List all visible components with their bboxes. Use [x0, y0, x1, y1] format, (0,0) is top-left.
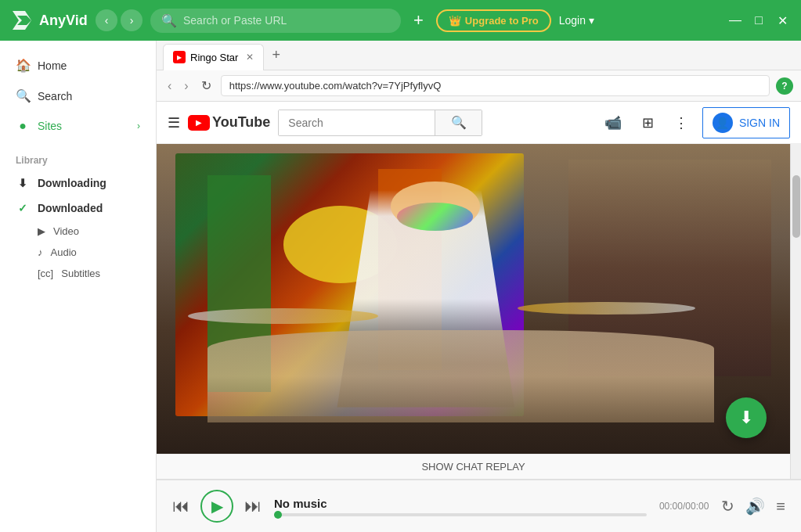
sidebar-item-search[interactable]: 🔍 Search: [0, 81, 156, 111]
tab-title: Ringo Star: [190, 52, 238, 63]
content-area: ▶ Ringo Star ✕ + ‹ › ↻ ? ☰ YouTube 🔍: [157, 41, 801, 532]
browser-nav: ‹ ›: [96, 9, 143, 31]
url-field[interactable]: [221, 75, 770, 96]
tab-favicon: ▶: [173, 51, 186, 63]
addr-forward-button[interactable]: ›: [181, 76, 191, 96]
yt-logo-icon: [188, 115, 210, 131]
sidebar-item-downloading[interactable]: ⬇ Downloading: [0, 171, 156, 196]
help-button[interactable]: ?: [776, 77, 793, 95]
video-frame: [157, 144, 790, 454]
download-icon: ⬇: [739, 408, 753, 428]
yt-grid-icon-button[interactable]: ⊞: [636, 108, 660, 138]
app-logo-icon: [9, 8, 34, 33]
sidebar-item-home[interactable]: 🏠 Home: [0, 50, 156, 81]
browser-tab-ringostar[interactable]: ▶ Ringo Star ✕: [163, 44, 264, 70]
video-section: ⬇ SHOW CHAT REPLAY: [157, 144, 801, 479]
address-bar: ‹ › ↻ ?: [157, 70, 801, 102]
video-icon: ▶: [38, 225, 45, 237]
sidebar-item-video[interactable]: ▶ Video: [0, 221, 156, 242]
addr-refresh-button[interactable]: ↻: [198, 75, 215, 96]
sidebar-item-downloaded[interactable]: ✓ Downloaded: [0, 196, 156, 221]
tab-bar: ▶ Ringo Star ✕ +: [157, 41, 801, 70]
progress-dot: [274, 511, 282, 519]
volume-button[interactable]: 🔊: [745, 497, 765, 516]
play-button[interactable]: ▶: [200, 490, 233, 523]
yt-logo-text: YouTube: [212, 114, 270, 131]
playlist-icon: ≡: [776, 498, 785, 516]
audio-icon: ♪: [38, 246, 43, 258]
new-tab-button[interactable]: +: [267, 47, 285, 63]
crown-icon: 👑: [449, 15, 461, 27]
logo-area: AnyVid: [9, 8, 88, 33]
yt-hamburger-button[interactable]: ☰: [168, 114, 180, 131]
back-button[interactable]: ‹: [96, 9, 117, 31]
sidebar-item-subtitles[interactable]: [cc] Subtitles: [0, 263, 156, 284]
chevron-right-icon: ›: [137, 120, 140, 131]
title-bar: AnyVid ‹ › 🔍 + 👑 Upgrade to Pro Login ▾ …: [0, 0, 801, 41]
upgrade-button[interactable]: 👑 Upgrade to Pro: [436, 9, 551, 32]
video-content-wrapper: ⬇ SHOW CHAT REPLAY: [157, 144, 790, 479]
library-heading: Library: [0, 144, 156, 171]
download-icon: ⬇: [16, 177, 30, 189]
subtitles-icon: [cc]: [38, 268, 53, 279]
maximize-button[interactable]: □: [749, 11, 768, 30]
playlist-button[interactable]: ≡: [776, 498, 785, 516]
home-icon: 🏠: [16, 58, 30, 73]
track-name: No music: [274, 497, 647, 510]
scroll-thumb[interactable]: [792, 175, 800, 238]
yt-logo: YouTube: [188, 114, 270, 131]
player-controls: ⏮ ▶ ⏭: [172, 490, 262, 523]
main-layout: 🏠 Home 🔍 Search ● Sites › Library ⬇ Down…: [0, 41, 801, 532]
scrollbar[interactable]: [790, 144, 801, 479]
player-bar: ⏮ ▶ ⏭ No music 00:00/00:00: [157, 479, 801, 532]
player-right-controls: ↻ 🔊 ≡: [721, 497, 785, 516]
yt-search-input[interactable]: [279, 110, 435, 135]
chat-replay-bar[interactable]: SHOW CHAT REPLAY: [157, 454, 790, 479]
tab-close-button[interactable]: ✕: [246, 52, 254, 63]
yt-avatar-icon: 👤: [713, 113, 733, 133]
app-name: AnyVid: [39, 13, 88, 29]
download-fab-button[interactable]: ⬇: [726, 397, 767, 438]
yt-search-box[interactable]: 🔍: [278, 110, 482, 136]
time-display: 00:00/00:00: [659, 501, 709, 512]
search-icon: 🔍: [16, 88, 30, 103]
prev-icon: ⏮: [172, 496, 189, 516]
track-progress: [274, 513, 647, 516]
circle-icon: ●: [16, 119, 30, 133]
video-area: ⬇: [157, 144, 790, 454]
close-button[interactable]: ✕: [773, 11, 792, 30]
yt-sign-in-button[interactable]: 👤 SIGN IN: [702, 107, 790, 138]
yt-video-icon-button[interactable]: 📹: [598, 108, 628, 138]
login-button[interactable]: Login ▾: [559, 14, 594, 27]
volume-icon: 🔊: [745, 497, 765, 516]
repeat-button[interactable]: ↻: [721, 497, 734, 516]
prev-button[interactable]: ⏮: [172, 496, 189, 516]
yt-more-icon-button[interactable]: ⋮: [668, 108, 695, 138]
yt-search-button[interactable]: 🔍: [435, 110, 482, 135]
sidebar-nav: 🏠 Home 🔍 Search ● Sites ›: [0, 47, 156, 144]
check-circle-icon: ✓: [16, 202, 30, 214]
minimize-button[interactable]: —: [726, 11, 745, 30]
search-icon: 🔍: [161, 13, 177, 28]
play-icon: ▶: [211, 497, 223, 516]
sidebar: 🏠 Home 🔍 Search ● Sites › Library ⬇ Down…: [0, 41, 157, 532]
youtube-toolbar: ☰ YouTube 🔍 📹 ⊞ ⋮ 👤 SIGN IN: [157, 102, 801, 144]
addr-back-button[interactable]: ‹: [164, 76, 175, 96]
forward-button[interactable]: ›: [121, 9, 143, 31]
search-input[interactable]: [183, 14, 390, 27]
progress-bar[interactable]: [274, 513, 647, 516]
main-search-bar[interactable]: 🔍: [150, 9, 401, 33]
chevron-down-icon: ▾: [589, 14, 594, 27]
next-icon: ⏭: [244, 496, 262, 516]
track-info: No music: [274, 497, 647, 516]
window-controls: — □ ✕: [726, 11, 792, 30]
add-tab-button[interactable]: +: [409, 10, 428, 31]
repeat-icon: ↻: [721, 497, 734, 516]
sidebar-item-audio[interactable]: ♪ Audio: [0, 242, 156, 263]
sidebar-item-sites[interactable]: ● Sites ›: [0, 111, 156, 141]
next-button[interactable]: ⏭: [244, 496, 262, 516]
